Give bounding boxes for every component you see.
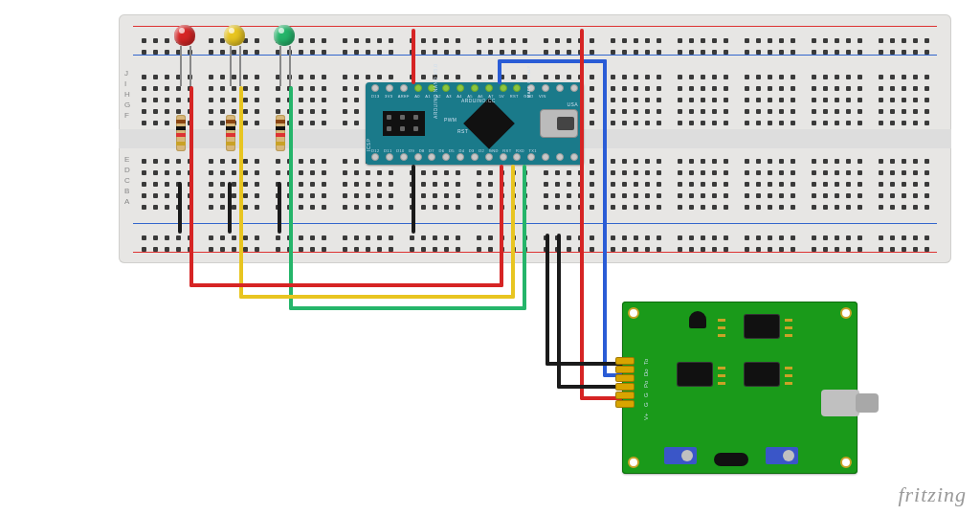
ph-label-po: Po — [643, 381, 649, 388]
nano-usb-slot — [557, 117, 574, 130]
ph-pin-po — [616, 375, 634, 381]
circuit-diagram: JIHGF EDCBA — [0, 0, 980, 515]
nano-rst-label: RST — [457, 128, 468, 134]
wire-a0-blue-h1 — [498, 59, 607, 63]
ph-label-g1: G — [643, 392, 649, 397]
resistor-r3 — [276, 115, 285, 151]
wire-nano-gnd-rail — [412, 165, 415, 234]
nano-bottom-pin-labels: D12 D11 D10 D9 D8 D7 D6 D5 D4 D3 D2 GND … — [371, 148, 537, 153]
wire-d3-yellow-v1 — [511, 165, 515, 299]
led-yellow — [224, 25, 245, 46]
smd-ic — [745, 315, 779, 338]
nano-mcu-chip — [463, 98, 515, 149]
top-positive-rail-line — [133, 26, 937, 27]
bnc-connector — [821, 384, 879, 422]
resistor-r1 — [176, 115, 186, 151]
led-red — [174, 25, 195, 46]
capacitor-icon — [714, 453, 748, 466]
icsp-header — [383, 111, 425, 136]
wire-d3-yellow-h — [239, 295, 515, 299]
nano-top-pin-labels: D13 3V3 AREF A0 A1 A2 A3 A4 A5 A6 A7 5V … — [371, 94, 546, 99]
nano-pins-bottom — [371, 153, 578, 163]
smd-ic — [745, 363, 779, 386]
wire-rail-vplus-v — [580, 29, 584, 400]
nano-pwm-label: PWM — [444, 117, 457, 123]
mount-hole-icon — [840, 457, 852, 468]
trim-pot-1 — [664, 447, 697, 464]
nano-board-label: ARDUINO NANO V3.0 — [433, 64, 438, 119]
led-yellow-lead-2 — [239, 46, 241, 86]
bottom-rail-holes-2 — [138, 240, 932, 275]
row-labels-left-lower: EDCBA — [124, 154, 130, 207]
wire-d4-green-v2 — [289, 86, 293, 310]
led-green-lead-2 — [289, 46, 291, 86]
trim-pot-2 — [766, 447, 798, 464]
ph-sensor-module: To Do Po G G V+ — [622, 302, 858, 474]
led-yellow-lead-1 — [230, 46, 232, 86]
jumper-r2-gnd — [228, 182, 232, 234]
wire-d3-yellow-v2 — [239, 86, 243, 299]
nano-pins-top — [371, 84, 578, 94]
led-green — [274, 25, 295, 46]
ph-pin-g1 — [616, 384, 634, 390]
led-red-lead-2 — [189, 46, 191, 86]
wire-gnd-ph-2v — [546, 234, 549, 366]
fritzing-watermark: fritzing — [898, 482, 967, 507]
led-red-lead-1 — [180, 46, 182, 86]
nano-usa-label: USA — [568, 101, 578, 107]
transistor-icon — [689, 311, 706, 328]
smd-ic — [678, 363, 712, 386]
nano-made-label: MADE IN ITALY — [526, 65, 531, 98]
wire-a0-blue-v2 — [603, 59, 607, 377]
wire-nano-5v-rail — [412, 29, 415, 84]
wire-d2-red-v1 — [500, 165, 503, 287]
wire-d4-green-h — [289, 306, 526, 310]
wire-d2-red-h — [189, 283, 503, 287]
ph-pin-to — [616, 358, 634, 364]
lower-field-holes — [138, 198, 932, 233]
row-labels-left: JIHGF — [124, 68, 130, 121]
mount-hole-icon — [840, 307, 852, 319]
arduino-nano: ARDUINO NANO V3.0 ARDUINO.CC MADE IN ITA… — [366, 82, 584, 165]
ph-pin-vplus — [616, 401, 634, 407]
ph-label-do: Do — [643, 369, 649, 376]
ph-label-g2: G — [643, 402, 649, 407]
ph-pin-header — [616, 355, 630, 410]
mount-hole-icon — [628, 457, 639, 468]
wire-d4-green-v1 — [523, 165, 526, 310]
jumper-r3-gnd — [278, 182, 281, 234]
wire-d2-red-v2 — [189, 86, 193, 287]
ph-pin-do — [616, 367, 634, 372]
led-green-lead-1 — [279, 46, 281, 86]
resistor-r2 — [226, 115, 235, 151]
ph-label-vplus: V+ — [643, 413, 649, 420]
ph-pin-g2 — [616, 392, 634, 398]
jumper-r1-gnd — [178, 182, 182, 234]
wire-a0-blue-vnano — [498, 59, 501, 84]
mount-hole-icon — [628, 307, 639, 319]
ph-label-to: To — [643, 359, 649, 365]
